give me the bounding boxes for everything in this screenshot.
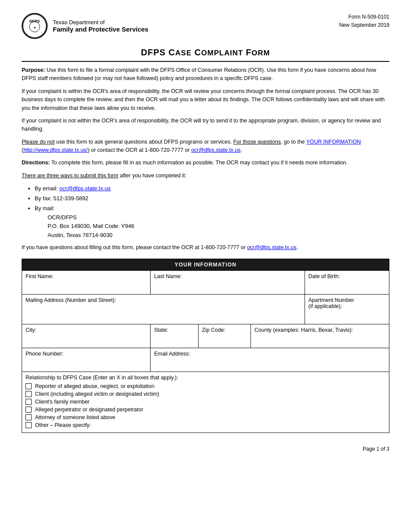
dfps-logo: DFPS ★ <box>22 13 48 39</box>
county-label: County (examples: Harris, Bexar, Travis)… <box>254 327 385 333</box>
first-name-label: First Name: <box>26 273 147 279</box>
state-cell: State: <box>151 324 198 348</box>
paragraph4: Please do not use this form to ask gener… <box>22 138 389 155</box>
org-name: Family and Protective Services <box>53 26 148 33</box>
email-cell: Email Address: <box>151 348 389 372</box>
submit-email-link[interactable]: ocr@dfps.state.tx.us <box>59 185 111 192</box>
table-header: YOUR INFORMATION <box>22 259 389 271</box>
page-header: DFPS ★ Texas Department of Family and Pr… <box>22 13 389 39</box>
last-name-label: Last Name: <box>154 273 301 279</box>
apartment-label: Apartment Number(if applicable): <box>308 297 385 309</box>
zip-cell: Zip Code: <box>198 324 250 348</box>
svg-text:DFPS: DFPS <box>29 19 40 23</box>
svg-text:★: ★ <box>34 26 36 29</box>
page-number: Page 1 of 3 <box>363 446 389 452</box>
paragraph3: If your complaint is not within the OCR'… <box>22 117 389 134</box>
submit-methods-list: By email: ocr@dfps.state.tx.us By fax: 5… <box>35 184 389 240</box>
submit-email: By email: ocr@dfps.state.tx.us <box>35 184 389 193</box>
checkbox-row-1: Reporter of alleged abuse, neglect, or e… <box>26 383 385 389</box>
checkbox-row-3: Client's family member <box>26 399 385 405</box>
checkbox-other-label: Other – Please specify: <box>35 422 91 428</box>
header-org-name: Texas Department of Family and Protectiv… <box>53 19 148 33</box>
checkbox-attorney-label: Attorney of someone listed above <box>35 414 116 420</box>
table-row-phone-email: Phone Number: Email Address: <box>22 348 389 372</box>
purpose-text: Use this form to file a formal complaint… <box>22 67 376 81</box>
state-zip-county-cell: State: Zip Code: County (examples: Harri… <box>151 324 389 348</box>
dob-label: Date of Birth: <box>308 273 385 279</box>
directions-paragraph: Directions: To complete this form, pleas… <box>22 159 389 167</box>
zip-label: Zip Code: <box>202 327 247 333</box>
table-row-address: Mailing Address (Number and Street): Apa… <box>22 295 389 324</box>
your-information-table: YOUR INFORMATION First Name: Last Name: … <box>22 259 389 433</box>
header-left: DFPS ★ Texas Department of Family and Pr… <box>22 13 148 39</box>
dfps-website-link[interactable]: YOUR INFORMATION <box>306 139 361 145</box>
title-section: DFPS CASE COMPLAINT FORM <box>22 48 389 62</box>
last-name-cell: Last Name: <box>151 271 305 295</box>
dept-name: Texas Department of <box>53 19 148 26</box>
state-label: State: <box>154 327 195 333</box>
form-number: Form N-509-0101 <box>339 13 389 21</box>
state-zip-county-inner: State: Zip Code: County (examples: Harri… <box>151 324 389 348</box>
relationship-label: Relationship to DFPS Case (Enter an X in… <box>26 375 385 381</box>
apartment-cell: Apartment Number(if applicable): <box>305 295 389 324</box>
checkbox-other[interactable] <box>26 422 32 428</box>
table-row-city-county: City: State: Zip Code: <box>22 324 389 348</box>
header-right: Form N-509-0101 New September 2019 <box>339 13 389 29</box>
checkbox-attorney[interactable] <box>26 414 32 420</box>
checkbox-family[interactable] <box>26 399 32 405</box>
checkbox-client[interactable] <box>26 391 32 397</box>
paragraph2: If your complaint is within the OCR's ar… <box>22 87 389 112</box>
please-do-not: Please do not <box>22 139 55 145</box>
county-cell: County (examples: Harris, Bexar, Travis)… <box>251 324 389 348</box>
first-name-cell: First Name: <box>22 271 151 295</box>
city-label: City: <box>26 327 147 333</box>
dob-cell: Date of Birth: <box>305 271 389 295</box>
form-date: New September 2019 <box>339 21 389 29</box>
table-row-name-dob: First Name: Last Name: Date of Birth: <box>22 271 389 295</box>
checkbox-row-4: Alleged perpetrator or designated perpet… <box>26 407 385 413</box>
mail-address: OCR/DFPS P.O. Box 149030, Mail Code: Y94… <box>48 213 389 240</box>
checkbox-reporter[interactable] <box>26 383 32 389</box>
checkbox-perpetrator[interactable] <box>26 407 32 413</box>
checkbox-reporter-label: Reporter of alleged abuse, neglect, or e… <box>35 383 154 389</box>
checkbox-perpetrator-label: Alleged perpetrator or designated perpet… <box>35 407 143 413</box>
ocr-email-link-1[interactable]: ocr@dfps.state.tx.us <box>191 147 241 153</box>
mailing-address-label: Mailing Address (Number and Street): <box>26 297 301 303</box>
city-cell: City: <box>22 324 151 348</box>
page-title: DFPS CASE COMPLAINT FORM <box>22 48 389 58</box>
checkbox-row-6: Other – Please specify: <box>26 422 385 428</box>
checkbox-row-5: Attorney of someone listed above <box>26 414 385 420</box>
submit-intro: There are three ways to submit this form… <box>22 172 389 180</box>
mailing-address-cell: Mailing Address (Number and Street): <box>22 295 305 324</box>
page-footer: Page 1 of 3 <box>22 446 389 452</box>
directions-label: Directions: <box>22 160 50 166</box>
table-row-relationship: Relationship to DFPS Case (Enter an X in… <box>22 372 389 433</box>
relationship-cell: Relationship to DFPS Case (Enter an X in… <box>22 372 389 433</box>
purpose-paragraph: Purpose: Use this form to file a formal … <box>22 66 389 83</box>
submit-fax: By fax: 512-339-5892 <box>35 194 389 203</box>
for-those-questions: For those questions, <box>233 139 282 145</box>
checkbox-row-2: Client (including alleged victim or desi… <box>26 391 385 397</box>
directions-text: To complete this form, please fill in as… <box>50 160 347 166</box>
questions-paragraph: If you have questions about filling out … <box>22 244 389 252</box>
dfps-url-link[interactable]: http://www.dfps.state.tx.us/ <box>23 147 88 153</box>
svg-point-0 <box>23 14 46 38</box>
submit-mail: By mail: OCR/DFPS P.O. Box 149030, Mail … <box>35 204 389 240</box>
email-label: Email Address: <box>154 351 385 357</box>
phone-cell: Phone Number: <box>22 348 151 372</box>
checkbox-client-label: Client (including alleged victim or desi… <box>35 391 159 397</box>
checkbox-family-label: Client's family member <box>35 399 90 405</box>
ocr-email-link-2[interactable]: ocr@dfps.state.tx.us <box>247 244 296 250</box>
phone-label: Phone Number: <box>26 351 147 357</box>
purpose-label: Purpose: <box>22 67 45 73</box>
